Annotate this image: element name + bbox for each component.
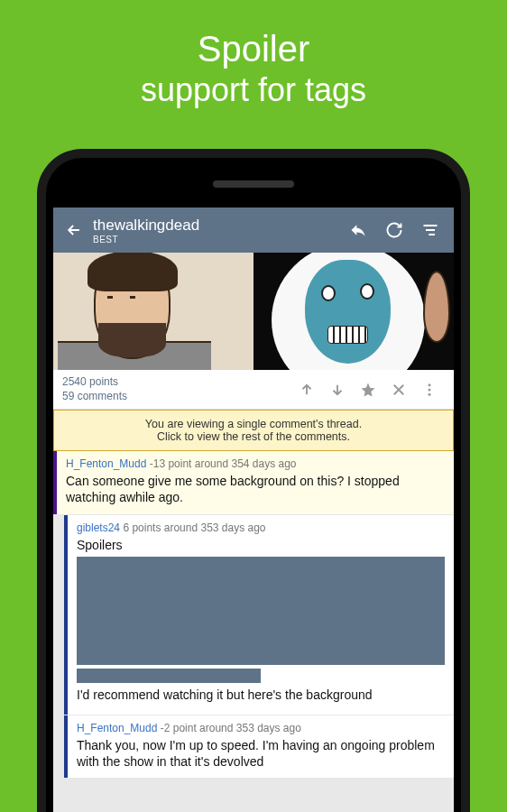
post-image[interactable] (53, 253, 454, 370)
spoiler-block[interactable] (77, 669, 261, 683)
comment[interactable]: giblets24 6 points around 353 days ago S… (64, 515, 454, 715)
appbar: thewalkingdead BEST (53, 208, 454, 253)
promo-line2: support for tags (0, 70, 507, 109)
comment-meta: giblets24 6 points around 353 days ago (77, 521, 445, 534)
comment-body: Thank you, now I'm up to speed. I'm havi… (77, 737, 445, 770)
back-button[interactable] (59, 221, 89, 239)
downvote-button[interactable] (322, 382, 353, 398)
svg-point-0 (429, 383, 431, 386)
comment-user: H_Fenton_Mudd (77, 722, 157, 734)
svg-point-1 (429, 388, 431, 391)
sort-button[interactable] (412, 221, 448, 239)
promo-line1: Spoiler (0, 27, 507, 70)
phone-frame: thewalkingdead BEST (37, 149, 470, 812)
spoiler-block[interactable] (77, 557, 445, 665)
comment-points: 6 points around 353 days ago (123, 521, 265, 534)
post-action-bar: 2540 points 59 comments (53, 370, 454, 410)
appbar-subtitle: BEST (93, 235, 340, 245)
comment-text-intro: Spoilers (77, 537, 445, 553)
comment[interactable]: H_Fenton_Mudd -2 point around 353 days a… (64, 715, 454, 778)
refresh-button[interactable] (376, 221, 412, 239)
comment-points: -13 point around 354 days ago (150, 457, 297, 470)
hide-button[interactable] (383, 382, 414, 398)
notice-line2: Click to view the rest of the comments. (63, 430, 444, 443)
phone-inner: thewalkingdead BEST (46, 158, 461, 812)
comment-user: giblets24 (77, 521, 120, 534)
post-points: 2540 points (62, 375, 291, 390)
notice-line1: You are viewing a single comment's threa… (63, 418, 444, 430)
comment-user: H_Fenton_Mudd (66, 457, 146, 470)
appbar-title: thewalkingdead (93, 217, 340, 235)
post-comments: 59 comments (62, 390, 291, 404)
svg-point-2 (429, 392, 431, 395)
comment-body: Spoilers I'd recommend watching it but h… (77, 537, 445, 703)
comment[interactable]: H_Fenton_Mudd -13 point around 354 days … (53, 451, 454, 513)
appbar-title-block[interactable]: thewalkingdead BEST (93, 217, 340, 245)
app-screen: thewalkingdead BEST (53, 208, 454, 812)
comment-points: -2 point around 353 days ago (161, 722, 301, 734)
more-button[interactable] (414, 382, 445, 398)
promo-title: Spoiler support for tags (0, 0, 507, 109)
save-button[interactable] (353, 382, 383, 398)
comment-body: Can someone give me some background on t… (66, 473, 445, 505)
comment-meta: H_Fenton_Mudd -13 point around 354 days … (66, 457, 445, 470)
upvote-button[interactable] (291, 382, 322, 398)
comment-meta: H_Fenton_Mudd -2 point around 353 days a… (77, 722, 445, 734)
phone-speaker (213, 180, 294, 188)
comment-text-after: I'd recommend watching it but here's the… (77, 687, 445, 703)
post-stats: 2540 points 59 comments (62, 375, 291, 403)
reply-button[interactable] (340, 221, 376, 239)
single-thread-notice[interactable]: You are viewing a single comment's threa… (53, 410, 454, 451)
